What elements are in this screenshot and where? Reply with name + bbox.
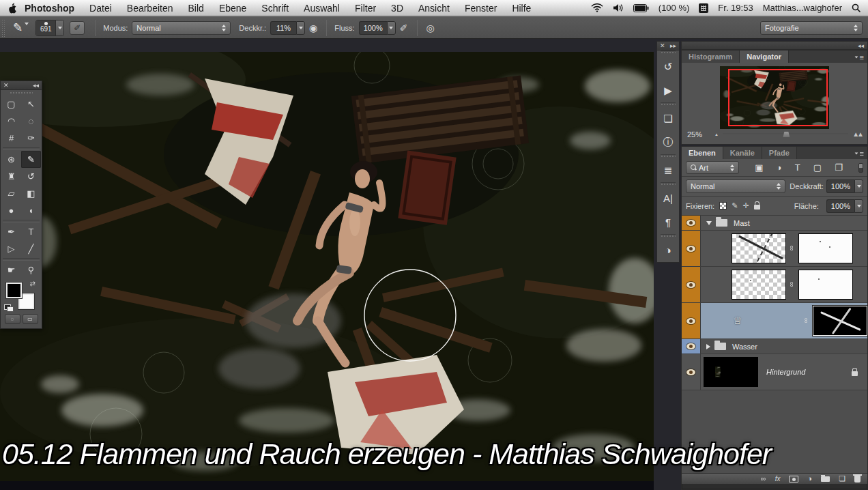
menu-ebene[interactable]: Ebene: [212, 3, 254, 14]
visibility-cell[interactable]: [682, 339, 701, 354]
layer-filter-select[interactable]: Art: [686, 161, 739, 174]
fill-input[interactable]: 100%: [826, 199, 863, 213]
navigator-preview[interactable]: [720, 66, 829, 129]
blend-mode-select[interactable]: Normal: [132, 21, 231, 35]
navigator-view-box[interactable]: [728, 69, 828, 126]
layer-group-mast[interactable]: Mast: [682, 216, 867, 231]
flow-input[interactable]: 100%: [359, 21, 396, 35]
visibility-cell[interactable]: [682, 354, 701, 390]
palette-grip[interactable]: [10, 91, 33, 95]
tool-type[interactable]: T: [21, 223, 41, 240]
group-name[interactable]: Mast: [734, 219, 750, 227]
volume-icon[interactable]: [613, 3, 624, 12]
tool-eraser[interactable]: ▱: [1, 185, 21, 202]
panel-menu-icon[interactable]: ≡: [854, 53, 864, 61]
lock-position-icon[interactable]: ✛: [742, 201, 749, 210]
layer-row[interactable]: ∞: [682, 267, 867, 303]
swap-colors-icon[interactable]: ⇄: [30, 280, 35, 287]
panel-button-adjustments[interactable]: ◑: [657, 238, 679, 262]
eye-icon[interactable]: [686, 246, 695, 252]
layer-blend-mode-select[interactable]: Normal: [686, 179, 785, 193]
tool-line[interactable]: ╱: [21, 240, 41, 257]
tab-ebenen[interactable]: Ebenen: [682, 147, 723, 159]
filter-image-icon[interactable]: ▣: [755, 162, 763, 173]
panel-button-character-styles[interactable]: ≣: [657, 158, 679, 182]
layer-thumbnail[interactable]: [704, 357, 758, 387]
tool-pen[interactable]: ✒: [1, 223, 21, 240]
group-name[interactable]: Wasser: [732, 343, 757, 351]
menu-hilfe[interactable]: Hilfe: [504, 3, 538, 14]
menu-user[interactable]: Matthias...waighofer: [763, 3, 842, 13]
spotlight-icon[interactable]: [852, 3, 861, 13]
menu-fenster[interactable]: Fenster: [457, 3, 504, 14]
tool-gradient[interactable]: ◧: [21, 185, 41, 202]
layer-mask-thumbnail[interactable]: [798, 233, 853, 263]
new-group-icon[interactable]: [821, 476, 830, 482]
filter-type-icon[interactable]: T: [795, 162, 800, 173]
apple-icon[interactable]: [7, 2, 17, 14]
tool-history-brush[interactable]: ↺: [21, 168, 41, 185]
panel-button-character[interactable]: A|: [657, 186, 679, 210]
menu-clock[interactable]: Fr. 19:53: [718, 3, 753, 13]
menu-filter[interactable]: Filter: [347, 3, 384, 14]
zoom-out-mountain-icon[interactable]: ▲: [714, 132, 719, 136]
options-bar-grip[interactable]: [1, 19, 6, 37]
tab-pfade[interactable]: Pfade: [762, 147, 797, 159]
layer-thumbnail[interactable]: [732, 233, 786, 263]
menu-3d[interactable]: 3D: [384, 3, 411, 14]
filter-toggle-switch[interactable]: [858, 163, 863, 173]
tab-histogramm[interactable]: Histogramm: [682, 51, 740, 63]
menu-bild[interactable]: Bild: [181, 3, 212, 14]
layer-row-background[interactable]: Hintergrund: [682, 354, 867, 390]
tool-eyedropper[interactable]: ✑: [21, 130, 41, 147]
panel-button-info[interactable]: ⓘ: [657, 130, 679, 154]
airbrush-icon[interactable]: ✐: [400, 23, 408, 33]
tool-rectangular-marquee[interactable]: ▢: [1, 96, 21, 113]
screen-mode-button[interactable]: ▭: [23, 314, 38, 324]
tool-lasso[interactable]: ◠: [1, 113, 21, 130]
mask-link-icon[interactable]: ∞: [802, 318, 811, 323]
lock-paint-icon[interactable]: ✎: [732, 201, 738, 210]
close-icon[interactable]: ✕: [660, 42, 665, 49]
layer-row[interactable]: ∞: [682, 231, 867, 267]
panel-menu-icon[interactable]: ≡: [854, 149, 864, 158]
document-canvas[interactable]: [0, 52, 654, 481]
tool-move[interactable]: ↖: [21, 96, 41, 113]
new-adjustment-icon[interactable]: ◑: [807, 475, 812, 482]
link-layers-icon[interactable]: ∞: [761, 475, 766, 482]
eye-icon[interactable]: [686, 220, 695, 226]
layer-style-icon[interactable]: fx: [775, 476, 781, 482]
tool-clone-stamp[interactable]: ♜: [1, 168, 21, 185]
tool-brush[interactable]: ✎: [21, 151, 41, 168]
brush-tool-icon[interactable]: ✎: [9, 20, 24, 35]
visibility-cell[interactable]: [682, 231, 701, 266]
visibility-cell[interactable]: [682, 216, 701, 230]
collapse-dock-icon[interactable]: ◂◂: [858, 42, 864, 49]
lock-all-icon[interactable]: [754, 205, 760, 210]
input-source-icon[interactable]: [699, 3, 708, 13]
new-layer-icon[interactable]: ❏: [839, 475, 845, 482]
tool-blur[interactable]: ●: [1, 202, 21, 219]
panel-button-paragraph[interactable]: ¶: [657, 210, 679, 234]
panel-button-actions[interactable]: ▶: [657, 78, 679, 102]
layer-group-wasser[interactable]: Wasser: [682, 339, 867, 354]
foreground-color-swatch[interactable]: [6, 283, 22, 298]
panel-button-history[interactable]: ↺: [657, 55, 679, 78]
tool-dodge[interactable]: ◖: [21, 202, 41, 219]
panel-button-layer-comps[interactable]: ❏: [657, 106, 679, 130]
tool-healing-brush[interactable]: ⊛: [1, 151, 21, 168]
quick-mask-button[interactable]: ◌: [5, 314, 20, 324]
layer-opacity-input[interactable]: 100%: [826, 179, 863, 193]
opacity-input[interactable]: 11%: [270, 21, 305, 35]
eye-icon[interactable]: [686, 318, 695, 324]
zoom-in-mountain-icon[interactable]: ▲▲: [852, 131, 862, 138]
navigator-zoom-value[interactable]: 25%: [687, 130, 710, 139]
tab-kanaele[interactable]: Kanäle: [723, 147, 762, 159]
disclosure-closed-icon[interactable]: [706, 344, 710, 349]
tablet-pressure-opacity-icon[interactable]: ◉: [309, 23, 317, 33]
eye-icon[interactable]: [686, 343, 695, 349]
filter-shape-icon[interactable]: ▢: [813, 162, 822, 173]
tool-crop[interactable]: #: [1, 130, 21, 147]
default-colors-icon[interactable]: [4, 304, 11, 310]
eye-icon[interactable]: [686, 369, 695, 375]
